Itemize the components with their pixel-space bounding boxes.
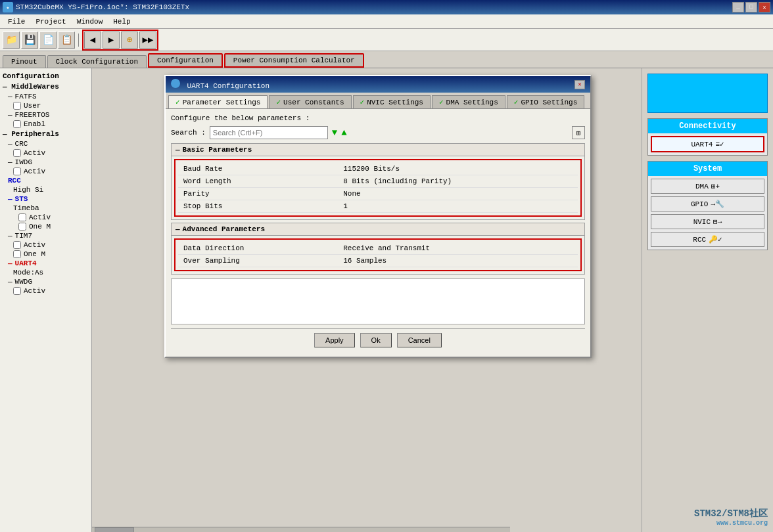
sidebar-item-wwdg-activ[interactable]: Activ [0, 286, 91, 296]
sidebar-item-rcc[interactable]: RCC [0, 176, 91, 185]
tab-consumption[interactable]: Power Consumption Calculator [224, 53, 364, 68]
nav-prev-button[interactable]: ◀ [84, 32, 101, 49]
dma-icon: ⊞+ [711, 182, 720, 190]
nav-run-button[interactable]: ▶▶ [139, 32, 156, 49]
checkbox-crc[interactable] [13, 149, 21, 157]
sidebar-item-highsi[interactable]: High Si [0, 185, 91, 194]
checkbox-wwdg-activ[interactable] [13, 287, 21, 295]
expand-icon7: — [8, 259, 12, 267]
tab-configuration[interactable]: Configuration [148, 53, 223, 68]
gpio-panel-button[interactable]: GPIO →🔧 [651, 196, 764, 211]
checkbox-iwdg[interactable] [13, 167, 21, 175]
search-label: Search : [171, 129, 206, 137]
dma-panel-button[interactable]: DMA ⊞+ [651, 179, 764, 194]
sidebar-item-user[interactable]: User [0, 101, 91, 110]
dialog-tab-user-constants[interactable]: ✓ User Constants [269, 95, 351, 108]
dialog-tab-nvic[interactable]: ✓ NVIC Settings [353, 95, 431, 108]
check-icon-nvic: ✓ [360, 98, 365, 106]
sidebar-item-crc[interactable]: — CRC [0, 139, 91, 148]
checkbox-tim7-activ[interactable] [13, 241, 21, 249]
menu-file[interactable]: File [3, 16, 30, 27]
sidebar-label-iwdg-activ: Activ [24, 167, 45, 175]
copy-button[interactable]: 📋 [58, 32, 75, 49]
sidebar-item-crc-active[interactable]: Activ [0, 148, 91, 158]
advanced-params-collapse-icon[interactable]: — [176, 225, 180, 233]
sidebar-item-uart4[interactable]: — UART4 [0, 259, 91, 268]
sidebar-item-tim7-activ[interactable]: Activ [0, 240, 91, 250]
sidebar-item-iwdg[interactable]: — IWDG [0, 158, 91, 167]
param-value-stop: 1 [338, 200, 578, 213]
checkbox-freertos[interactable] [13, 120, 21, 128]
checkbox-user[interactable] [13, 102, 21, 110]
sidebar-item-tim7-onem[interactable]: One M [0, 250, 91, 259]
search-up-arrow[interactable]: ▲ [341, 127, 346, 138]
save-button[interactable]: 💾 [21, 32, 38, 49]
horizontal-scrollbar[interactable] [92, 527, 510, 532]
dialog-tab-dma[interactable]: ✓ DMA Settings [432, 95, 505, 108]
table-row: Word Length 8 Bits (including Parity) [178, 175, 578, 188]
param-value-baud: 115200 Bits/s [338, 163, 578, 175]
cancel-button[interactable]: Cancel [397, 333, 442, 347]
window-controls: _ □ ✕ [732, 2, 770, 12]
nvic-label: NVIC [693, 218, 711, 226]
dialog-title-icon [171, 79, 180, 88]
sidebar-item-iwdg-active[interactable]: Activ [0, 167, 91, 176]
param-name-word: Word Length [178, 175, 338, 188]
param-name-parity: Parity [178, 188, 338, 200]
sidebar-item-tim7[interactable]: — TIM7 [0, 231, 91, 240]
rcc-panel-button[interactable]: RCC 🔑✓ [651, 232, 764, 247]
nav-next-button[interactable]: ▶ [103, 32, 120, 49]
dialog-tab-gpio[interactable]: ✓ GPIO Settings [507, 95, 584, 108]
apply-button[interactable]: Apply [314, 333, 355, 347]
grid-view-button[interactable]: ⊞ [572, 126, 585, 139]
sidebar-item-sts-onem[interactable]: One M [0, 222, 91, 231]
sidebar-item-fatfs[interactable]: — FATFS [0, 92, 91, 101]
search-input[interactable] [210, 126, 328, 139]
maximize-button[interactable]: □ [745, 2, 757, 12]
dialog-tab-parameter[interactable]: ✓ Parameter Settings [168, 95, 268, 108]
minimize-button[interactable]: _ [732, 2, 744, 12]
dialog-title-bar: UART4 Configuration ✕ [166, 76, 590, 93]
menu-project[interactable]: Project [30, 16, 71, 27]
sidebar-item-sts-activ[interactable]: Activ [0, 213, 91, 222]
sidebar-item-freertos-enable[interactable]: Enabl [0, 120, 91, 129]
right-panel-header [647, 74, 768, 113]
check-icon-gpio: ✓ [514, 98, 519, 106]
uart4-label: UART4 [691, 141, 713, 148]
expand-icon3: — [8, 140, 12, 148]
open-button[interactable]: 📁 [3, 32, 20, 49]
close-button[interactable]: ✕ [759, 2, 770, 12]
tab-pinout[interactable]: Pinout [3, 55, 46, 68]
search-down-arrow[interactable]: ▼ [332, 127, 337, 138]
sidebar-item-modeas[interactable]: Mode:As [0, 268, 91, 277]
param-value-direction: Receive and Transmit [338, 242, 578, 255]
sidebar-label-user: User [24, 102, 41, 110]
menu-help[interactable]: Help [108, 16, 135, 27]
expand-icon2: — [8, 111, 12, 119]
checkbox-sts-onem[interactable] [18, 223, 26, 231]
new-button[interactable]: 📄 [39, 32, 57, 49]
sidebar-item-timeba[interactable]: Timeba [0, 204, 91, 213]
sidebar-item-wwdg[interactable]: — WWDG [0, 277, 91, 286]
checkbox-tim7-onem[interactable] [13, 250, 21, 258]
dialog-title-content: UART4 Configuration [171, 79, 269, 90]
sidebar-label-tim7-activ: Activ [24, 241, 45, 249]
nvic-panel-button[interactable]: NVIC ⊟→ [651, 214, 764, 229]
table-row: Data Direction Receive and Transmit [178, 242, 578, 255]
param-name-direction: Data Direction [178, 242, 338, 255]
menu-window[interactable]: Window [72, 16, 108, 27]
ok-button[interactable]: Ok [360, 333, 392, 347]
content-area: UART4 Configuration ✕ ✓ Parameter Settin… [92, 68, 642, 532]
param-description-area [171, 278, 585, 324]
expand-icon5: — [8, 195, 12, 203]
sidebar-item-sts[interactable]: — STS [0, 194, 91, 204]
sidebar-item-freertos[interactable]: — FREERTOS [0, 110, 91, 120]
nav-add-button[interactable]: ⊕ [121, 32, 138, 49]
sidebar-title-configuration: Configuration [0, 71, 91, 81]
uart4-panel-button[interactable]: UART4 ≡✓ [651, 136, 764, 152]
dialog-close-button[interactable]: ✕ [574, 80, 585, 89]
tab-clock[interactable]: Clock Configuration [47, 55, 147, 68]
checkbox-sts-activ[interactable] [18, 213, 26, 221]
basic-params-collapse-icon[interactable]: — [176, 146, 180, 154]
scroll-thumb[interactable] [95, 527, 134, 533]
